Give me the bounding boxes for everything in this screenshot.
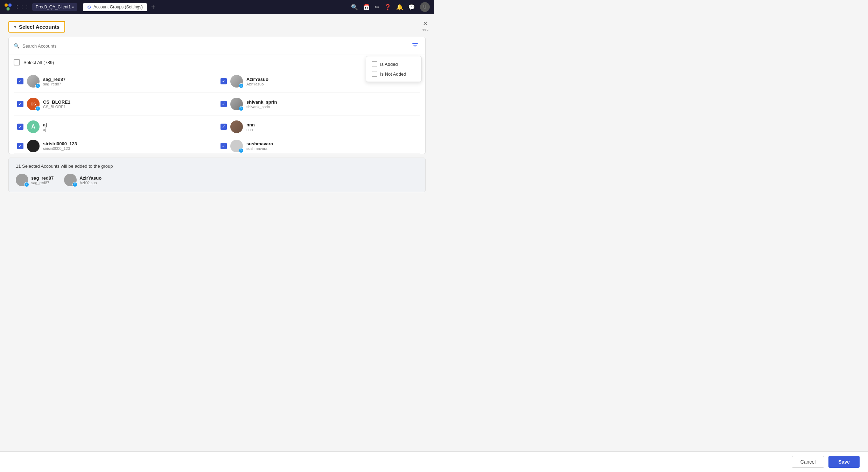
account-avatar	[27, 140, 40, 152]
select-all-label: Select All (789)	[23, 60, 54, 65]
twitter-badge-icon: 𝕏	[24, 182, 29, 187]
selected-accounts-row: 𝕏 sag_red87 sag_red87 𝕏 AzirYasuo AzirYa…	[16, 174, 418, 186]
chat-icon[interactable]: 💬	[408, 4, 415, 11]
user-avatar[interactable]: U	[420, 2, 430, 12]
account-name: nnn	[246, 122, 255, 127]
selected-account-item: 𝕏 sag_red87 sag_red87	[16, 174, 54, 186]
accounts-panel: 🔍 Is Added Is Not Added Select All (789)	[8, 37, 426, 154]
twitter-badge-icon: 𝕏	[35, 83, 40, 88]
is-not-added-label: Is Not Added	[380, 71, 406, 77]
account-checkbox[interactable]: ✓	[220, 78, 227, 84]
twitter-badge-icon: 𝕏	[239, 148, 244, 153]
avatar: 𝕏	[27, 75, 40, 88]
account-checkbox[interactable]: ✓	[220, 143, 227, 149]
account-checkbox[interactable]: ✓	[17, 78, 23, 84]
grid-icon: ⋮⋮⋮	[15, 4, 29, 10]
list-item[interactable]: ✓ CS 𝕏 CS_BLORE1 CS_BLORE1	[14, 93, 217, 116]
account-info: nnn nnn	[246, 122, 255, 132]
is-added-checkbox[interactable]	[372, 61, 377, 67]
account-checkbox[interactable]: ✓	[17, 124, 23, 130]
logo	[4, 3, 12, 11]
avatar: 𝕏	[64, 174, 77, 186]
search-icon: 🔍	[14, 43, 20, 49]
account-checkbox[interactable]: ✓	[220, 101, 227, 107]
account-handle: aj	[43, 127, 47, 132]
search-input[interactable]	[22, 43, 407, 49]
account-name: CS_BLORE1	[43, 99, 70, 105]
filter-is-not-added[interactable]: Is Not Added	[372, 71, 416, 77]
search-bar: 🔍	[9, 37, 425, 55]
sel-account-info: sag_red87 sag_red87	[31, 175, 54, 185]
account-handle: shivank_sprin	[246, 105, 277, 109]
is-not-added-checkbox[interactable]	[372, 71, 377, 77]
collapse-arrow-icon: ▾	[14, 25, 16, 29]
avatar	[27, 140, 40, 152]
avatar: 𝕏	[230, 98, 243, 110]
selected-info-text: 11 Selected Accounts will be added to th…	[16, 164, 418, 169]
client-label: Prod0_QA_Client1	[36, 5, 71, 9]
calendar-icon[interactable]: 📅	[363, 4, 370, 11]
account-handle: AzirYasuo	[246, 82, 268, 86]
select-accounts-title: Select Accounts	[19, 24, 59, 30]
sel-account-handle: sag_red87	[31, 181, 54, 185]
account-info: shivank_sprin shivank_sprin	[246, 99, 277, 109]
account-name: shivank_sprin	[246, 99, 277, 105]
avatar: 𝕏	[230, 140, 243, 152]
help-icon[interactable]: ❓	[384, 4, 391, 11]
list-item[interactable]: ✓ A aj aj	[14, 116, 217, 138]
account-checkbox[interactable]: ✓	[220, 124, 227, 130]
active-tab[interactable]: ⚙ Account Groups (Settings)	[83, 3, 147, 11]
twitter-badge-icon: 𝕏	[239, 83, 244, 88]
twitter-badge-icon: 𝕏	[239, 106, 244, 111]
filter-is-added[interactable]: Is Added	[372, 61, 416, 67]
account-handle: sag_red87	[43, 82, 65, 86]
filter-button[interactable]	[410, 41, 420, 50]
account-avatar	[230, 120, 243, 133]
avatar: CS 𝕏	[27, 98, 40, 110]
account-info: aj aj	[43, 122, 47, 132]
svg-point-0	[5, 4, 8, 7]
client-selector[interactable]: Prod0_QA_Client1 ▾	[32, 3, 77, 11]
account-handle: sushmavara	[246, 146, 273, 151]
account-avatar: A	[27, 120, 40, 133]
account-checkbox[interactable]: ✓	[17, 143, 23, 149]
list-item[interactable]: ✓ 𝕏 sag_red87 sag_red87	[14, 70, 217, 93]
svg-point-2	[6, 7, 9, 11]
account-info: CS_BLORE1 CS_BLORE1	[43, 99, 70, 109]
avatar: 𝕏	[16, 174, 28, 186]
sel-account-info: AzirYasuo AzirYasuo	[79, 175, 102, 185]
selected-account-item: 𝕏 AzirYasuo AzirYasuo	[64, 174, 102, 186]
svg-point-1	[8, 4, 12, 7]
account-checkbox[interactable]: ✓	[17, 101, 23, 107]
account-name: sirisiri0000_123	[43, 141, 77, 146]
list-item[interactable]: ✓ nnn nnn	[217, 116, 420, 138]
account-info: sirisiri0000_123 sirisiri0000_123	[43, 141, 77, 151]
list-item[interactable]: ✓ 𝕏 sushmavara sushmavara	[217, 138, 420, 154]
account-name: sushmavara	[246, 141, 273, 146]
edit-icon[interactable]: ✏	[375, 4, 379, 11]
bell-icon[interactable]: 🔔	[396, 4, 403, 11]
twitter-badge-icon: 𝕏	[35, 106, 40, 111]
esc-button[interactable]: ✕ esc	[422, 20, 428, 32]
close-icon: ✕	[423, 20, 428, 27]
add-tab-button[interactable]: +	[151, 3, 155, 11]
accounts-grid: ✓ 𝕏 sag_red87 sag_red87 ✓ 𝕏 AzirYasuo	[9, 70, 425, 154]
account-name: aj	[43, 122, 47, 127]
search-icon[interactable]: 🔍	[351, 4, 358, 11]
avatar: A	[27, 120, 40, 133]
gear-icon: ⚙	[87, 5, 91, 10]
avatar: 𝕏	[230, 75, 243, 88]
main-content: ✕ esc ▾ Select Accounts 🔍 Is Added	[0, 14, 434, 203]
list-item[interactable]: ✓ 𝕏 shivank_sprin shivank_sprin	[217, 93, 420, 116]
select-all-checkbox[interactable]	[14, 59, 20, 65]
select-accounts-header[interactable]: ▾ Select Accounts	[8, 21, 65, 33]
account-info: sag_red87 sag_red87	[43, 77, 65, 86]
account-handle: nnn	[246, 127, 255, 132]
avatar	[230, 120, 243, 133]
account-name: sag_red87	[43, 77, 65, 82]
account-info: sushmavara sushmavara	[246, 141, 273, 151]
select-all-row[interactable]: Select All (789)	[9, 55, 425, 70]
esc-label: esc	[422, 27, 428, 32]
list-item[interactable]: ✓ sirisiri0000_123 sirisiri0000_123	[14, 138, 217, 154]
twitter-badge-icon: 𝕏	[72, 182, 77, 187]
